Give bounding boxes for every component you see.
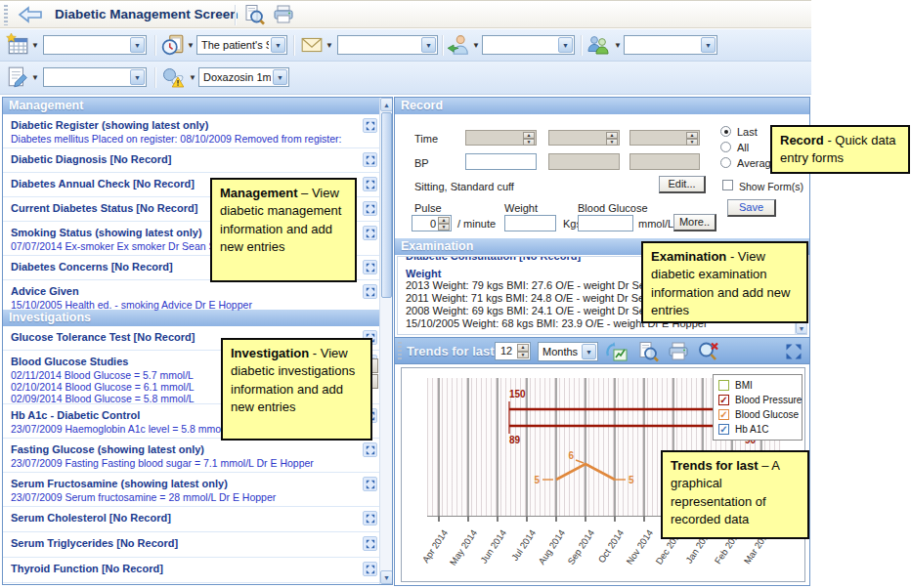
appointments-calendar-icon[interactable] [6,33,29,57]
legend-label: Blood Pressure [735,395,802,405]
patient-services-clock-icon[interactable] [161,33,185,57]
weight-input[interactable] [504,215,556,231]
refresh-chart-button[interactable] [603,340,630,363]
bmi-checkbox[interactable] [718,380,729,391]
expand-icon[interactable] [363,152,377,167]
prescription-combo[interactable]: ▼ [43,67,147,87]
blood-glucose-checkbox[interactable]: ✓ [718,409,729,420]
dropdown-arrow-icon[interactable]: ▼ [558,37,573,53]
list-item-fasting-glucose[interactable]: Fasting Glucose (showing latest only) 23… [3,439,381,473]
appointments-combo[interactable]: ▼ [43,35,147,55]
expand-icon[interactable] [363,536,377,551]
zoom-cancel-icon [697,341,720,362]
radio-all-label: All [737,142,749,153]
preview-button[interactable] [241,3,267,26]
mail-combo[interactable]: ▼ [337,35,438,55]
dropdown-arrow-icon[interactable]: ▼ [130,69,145,85]
trends-period-spinner[interactable]: 12 ▲▼ [495,342,531,360]
print-button[interactable] [271,3,296,26]
dropdown-arrow-icon[interactable]: ▼ [130,37,145,53]
medication-caret-icon[interactable]: ▼ [189,73,196,82]
medication-combo[interactable]: Doxazosin 1mg ta... ▼ [198,67,289,87]
expand-icon[interactable] [363,260,377,274]
time-spinner-2[interactable]: ▲▼ [548,130,620,146]
drag-grip[interactable] [4,5,8,25]
scroll-down-icon[interactable]: ▼ [796,322,807,334]
patients-people-icon[interactable] [586,33,610,57]
expand-arrows-icon [785,343,803,360]
radio-last[interactable] [720,126,731,137]
expand-icon[interactable] [363,511,377,525]
list-item-thyroid-function[interactable]: Thyroid Function [No Record] [3,558,381,583]
expand-icon[interactable] [363,284,377,299]
prescription-caret-icon[interactable]: ▼ [31,73,39,82]
list-item-serum-cholesterol[interactable]: Serum Cholesterol [No Record] [3,507,381,532]
referral-caret-icon[interactable]: ▼ [472,41,480,50]
radio-average[interactable] [720,157,731,168]
separator [442,35,443,56]
radio-all[interactable] [720,142,731,152]
bp-field-3 [629,153,700,170]
hba1c-checkbox[interactable]: ✓ [718,424,729,435]
mail-caret-icon[interactable]: ▼ [325,41,333,50]
expand-icon[interactable] [363,177,377,191]
list-item-diabetic-diagnosis[interactable]: Diabetic Diagnosis [No Record] [3,148,381,173]
blood-glucose-input[interactable] [578,215,633,231]
patient-services-combo[interactable]: The patient's S... ▼ [196,35,287,55]
list-item-diabetic-register[interactable]: Diabetic Register (showing latest only) … [3,114,381,148]
expand-icon[interactable] [363,118,377,133]
edit-button[interactable]: Edit... [659,176,706,193]
expand-icon[interactable] [363,226,377,240]
expand-icon[interactable] [363,201,377,216]
more-button[interactable]: More.. [673,214,716,231]
chart-print-button[interactable] [665,340,692,363]
patients-caret-icon[interactable]: ▼ [614,41,622,50]
time-spinner-1[interactable]: ▲▼ [465,130,537,146]
chart-preview-button[interactable] [634,340,662,363]
dropdown-arrow-icon[interactable]: ▼ [271,37,285,53]
refresh-chart-icon [605,341,629,362]
dropdown-arrow-icon[interactable]: ▼ [582,344,596,359]
drag-grip[interactable] [398,342,402,361]
trends-unit-select[interactable]: Months ▼ [538,342,598,361]
item-title: Serum Fructosamine (showing latest only) [11,478,356,489]
left-panel-scrollbar[interactable]: ▲ ▼ [379,98,392,584]
item-title: Diabetic Register (showing latest only) [11,119,356,131]
pulse-spinner[interactable]: 0 ▲▼ [412,215,452,231]
toolbar-row-1: ▼ ▼ ▼ The patient's S... ▼ ▼ ▼ ▼ ▼ ▼ [0,29,811,62]
expand-icon[interactable] [363,562,377,576]
scroll-down-icon[interactable]: ▼ [380,570,393,584]
save-button[interactable]: Save [727,199,776,217]
legend-item-hba1c[interactable]: ✓ Hb A1C [718,423,797,436]
expand-icon[interactable] [363,442,377,457]
medication-pills-icon[interactable] [161,65,185,89]
back-button[interactable] [14,3,49,26]
scroll-up-icon[interactable]: ▲ [380,98,393,111]
zoom-reset-button[interactable] [695,340,722,363]
record-header: Record [395,98,809,114]
patients-combo[interactable]: ▼ [624,35,717,55]
referral-person-icon[interactable] [447,33,470,57]
show-forms-checkbox[interactable] [722,180,733,190]
legend-item-bmi[interactable]: BMI [718,379,797,394]
dropdown-arrow-icon[interactable]: ▼ [701,37,716,53]
dropdown-arrow-icon[interactable]: ▼ [421,37,436,53]
legend-item-blood-pressure[interactable]: ✓ Blood Pressure [718,394,797,408]
list-item-advice-given[interactable]: Advice Given 15/10/2005 Health ed. - smo… [3,280,381,310]
expand-icon[interactable] [363,477,377,491]
appointments-caret-icon[interactable]: ▼ [31,41,39,50]
list-item-serum-triglycerides[interactable]: Serum Triglycerides [No Record] [3,532,381,558]
scrollbar-thumb[interactable] [381,112,392,298]
referral-combo[interactable]: ▼ [482,35,575,55]
mail-envelope-icon[interactable] [300,33,324,57]
patient-services-caret-icon[interactable]: ▼ [187,41,195,50]
expand-chart-button[interactable] [782,340,805,363]
list-item-serum-fructosamine[interactable]: Serum Fructosamine (showing latest only)… [3,473,381,507]
dropdown-arrow-icon[interactable]: ▼ [273,69,287,85]
legend-label: BMI [735,380,753,391]
prescription-icon[interactable] [6,65,29,89]
legend-item-blood-glucose[interactable]: ✓ Blood Glucose [718,408,797,423]
bp-input-1[interactable] [465,153,537,170]
time-spinner-3[interactable]: ▲▼ [629,130,700,146]
blood-pressure-checkbox[interactable]: ✓ [718,395,729,405]
